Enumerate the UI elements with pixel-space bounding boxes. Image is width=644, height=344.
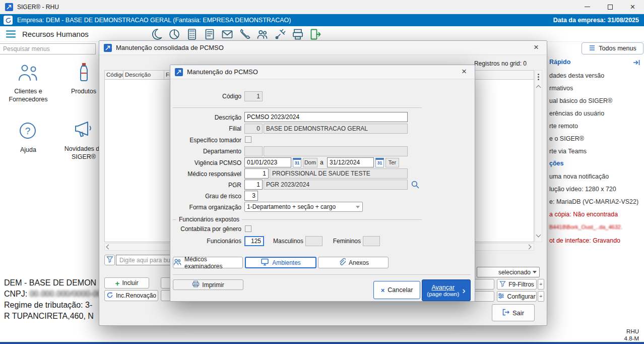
cancelar-label: Cancelar — [388, 286, 413, 294]
tools-icon[interactable] — [274, 28, 287, 41]
notificacoes-header: ções — [549, 160, 564, 167]
medicos-examinadores-label: Médicos examinadores — [184, 256, 242, 270]
medico-num-field[interactable]: 1 — [244, 168, 269, 179]
sair-button[interactable]: Sair — [492, 304, 535, 321]
filial-nome-field: BASE DE DEMONSTRACAO GERAL — [264, 124, 408, 134]
backup-path-info: B4418\Bork_Oust_..da_4632. — [549, 224, 622, 230]
incluir-button[interactable]: + Incluir — [104, 277, 149, 289]
plus-icon: + — [115, 279, 120, 287]
maximize-button[interactable] — [599, 0, 621, 14]
scroll-up-icon[interactable] — [536, 85, 541, 90]
vigencia-fim-field[interactable]: 31/12/2024 — [327, 157, 374, 167]
forma-organizacao-select[interactable]: 1-Departamento + seção + cargo — [244, 202, 363, 212]
contabiliza-genero-label: Contabiliza por gênero — [171, 224, 241, 234]
manual-basico-link[interactable]: ual básico do SIGER® — [549, 97, 612, 104]
sobre-siger-link[interactable]: e o SIGER® — [549, 135, 584, 142]
configurar-button[interactable]: Configurar — [497, 291, 537, 302]
vigencia-inicio-field[interactable]: 01/01/2023 — [244, 157, 291, 167]
column-header-descricao[interactable]: Descrição — [123, 71, 164, 79]
imprimir-button[interactable]: Imprimir — [173, 279, 243, 290]
shortcut-clientes[interactable]: Clientes e Fornecedores — [4, 63, 52, 104]
filial-label: Filial — [171, 124, 241, 134]
shortcut-label: Clientes e Fornecedores — [4, 87, 52, 104]
filter-button[interactable] — [104, 255, 115, 265]
preferencias-link[interactable]: erências do usuário — [549, 110, 604, 117]
f9-filtros-button[interactable]: F9-Filtros — [497, 279, 537, 290]
configurar-label: Configurar — [507, 293, 535, 300]
calendar-icon[interactable]: 31 — [293, 158, 301, 167]
all-menus-button[interactable]: Todos menus — [582, 42, 643, 54]
masculinos-label: Masculinos — [271, 236, 303, 246]
scroll-right-icon[interactable] — [527, 245, 532, 250]
users-icon[interactable] — [256, 28, 269, 41]
dialog1-close-icon[interactable]: × — [531, 42, 542, 52]
paperclip-icon — [338, 258, 346, 267]
medico-label: Médico responsável — [171, 169, 241, 179]
novidades-versao-link[interactable]: dades desta versão — [549, 72, 604, 79]
shortcut-ajuda[interactable]: ? Ajuda — [4, 121, 52, 154]
configurar-more-button[interactable]: + — [538, 291, 544, 302]
toolbar-icons — [150, 28, 322, 41]
printer-icon[interactable] — [291, 28, 304, 41]
pie-chart-icon[interactable] — [168, 28, 181, 41]
moon-icon[interactable] — [150, 28, 163, 41]
anexos-button[interactable]: Anexos — [318, 257, 389, 268]
window-title: SIGER® - RHU — [17, 4, 59, 11]
cnpj-value-redacted: 00.000.000/0000-00 — [30, 290, 102, 298]
funcionarios-field[interactable]: 125 — [244, 236, 264, 246]
contabiliza-genero-checkbox[interactable] — [245, 225, 251, 232]
grau-risco-field[interactable]: 3 — [244, 191, 258, 201]
dialog-icon — [104, 44, 112, 52]
f9-filtros-more-button[interactable]: + — [538, 279, 544, 290]
vertical-scrollbar[interactable] — [535, 70, 542, 242]
product-bottle-icon — [72, 76, 95, 84]
search-lookup-icon[interactable] — [411, 180, 420, 191]
rapido-link[interactable]: Rápido — [549, 59, 570, 66]
scroll-left-icon[interactable] — [106, 245, 111, 250]
dropdown-arrow-icon — [356, 206, 360, 208]
funcionarios-label: Funcionários — [171, 236, 241, 246]
close-button[interactable]: × — [621, 0, 644, 14]
bottom-edge — [0, 342, 644, 344]
close-icon: × — [630, 3, 635, 11]
descricao-field[interactable]: PCMSO 2023/2024 — [244, 112, 408, 122]
megaphone-icon — [72, 133, 95, 142]
notificacao-status: uma nova notificação — [549, 173, 609, 180]
suporte-remoto-link[interactable]: rte remoto — [549, 123, 578, 130]
minimize-button[interactable] — [576, 0, 599, 14]
avancar-button[interactable]: Avançar (page down) › — [422, 279, 471, 301]
dialog1-title-bar: Manutenção consolidada de PCMSO × — [99, 41, 547, 55]
exit-icon[interactable] — [309, 28, 322, 41]
suporte-teams-link[interactable]: rte via Teams — [549, 148, 587, 155]
phone-icon[interactable] — [238, 28, 251, 41]
column-header-codigo[interactable]: Código — [105, 71, 123, 79]
status-version: 4.8-M — [624, 335, 639, 341]
separator — [173, 107, 422, 108]
module-title: Recursos Humanos — [22, 30, 89, 38]
cancelar-button[interactable]: × Cancelar — [373, 281, 420, 299]
mail-icon[interactable] — [221, 28, 234, 41]
funnel-icon — [499, 280, 506, 289]
svg-text:?: ? — [25, 126, 31, 136]
doctors-icon — [173, 258, 181, 267]
grid-options-icon[interactable] — [538, 74, 539, 75]
anexos-label: Anexos — [349, 259, 369, 266]
calculator-icon[interactable] — [185, 28, 199, 41]
departamento-nome-field — [264, 146, 408, 156]
report-icon[interactable] — [203, 28, 216, 41]
grid-mode-select[interactable]: selecionado — [477, 267, 540, 277]
scroll-down-icon[interactable] — [536, 233, 541, 238]
pin-right-icon[interactable] — [633, 59, 640, 68]
inc-renovacao-button[interactable]: Inc.Renovação — [104, 290, 158, 301]
pgr-num-field[interactable]: 1 — [244, 180, 263, 190]
cancel-x-icon: × — [381, 286, 385, 294]
search-input[interactable] — [0, 43, 96, 54]
shortcut-label: Ajuda — [4, 146, 52, 154]
medicos-examinadores-button[interactable]: Médicos examinadores — [173, 257, 243, 268]
menu-icon[interactable] — [6, 30, 16, 38]
especifico-tomador-checkbox[interactable] — [245, 136, 251, 143]
ambientes-button[interactable]: Ambientes — [245, 257, 316, 268]
informativos-link[interactable]: rmativos — [549, 85, 573, 92]
calendar-icon[interactable]: 31 — [375, 158, 384, 167]
dialog2-close-icon[interactable]: × — [459, 67, 470, 77]
